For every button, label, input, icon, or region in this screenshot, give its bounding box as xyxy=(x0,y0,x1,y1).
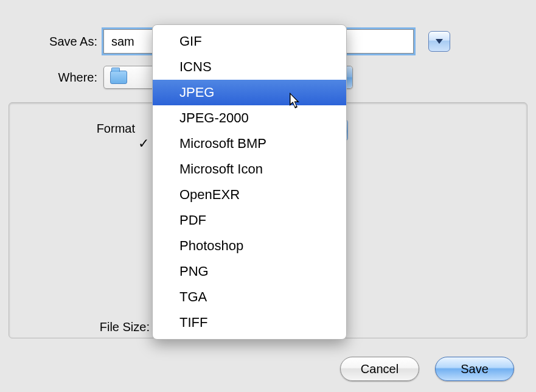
cursor-icon xyxy=(290,93,302,110)
file-size-label: File Size: xyxy=(0,320,156,334)
format-option[interactable]: OpenEXR xyxy=(153,182,346,208)
svg-marker-0 xyxy=(436,39,443,44)
save-as-label: Save As: xyxy=(0,35,103,49)
where-label: Where: xyxy=(0,71,103,85)
format-option[interactable]: TIFF xyxy=(153,310,346,335)
format-label: Format xyxy=(0,122,137,136)
chevron-down-icon xyxy=(435,38,444,44)
format-dropdown[interactable]: GIFICNSJPEGJPEG-2000Microsoft BMP✓Micros… xyxy=(152,24,347,340)
format-option[interactable]: PDF xyxy=(153,208,346,233)
cancel-button[interactable]: Cancel xyxy=(340,357,419,381)
dialog-buttons: Cancel Save xyxy=(340,357,514,381)
folder-icon xyxy=(110,71,127,84)
format-option[interactable]: TGA xyxy=(153,284,346,310)
format-option[interactable]: PNG xyxy=(153,259,346,284)
format-option[interactable]: GIF xyxy=(153,29,346,54)
format-option[interactable]: Photoshop xyxy=(153,233,346,259)
save-button[interactable]: Save xyxy=(435,357,514,381)
check-icon: ✓ xyxy=(138,133,149,154)
format-option[interactable]: JPEG-2000 xyxy=(153,105,346,131)
format-option[interactable]: Microsoft BMP✓ xyxy=(153,131,346,156)
expand-location-button[interactable] xyxy=(428,31,450,52)
format-option[interactable]: ICNS xyxy=(153,54,346,80)
format-option[interactable]: JPEG xyxy=(153,80,346,105)
format-option[interactable]: Microsoft Icon xyxy=(153,156,346,182)
